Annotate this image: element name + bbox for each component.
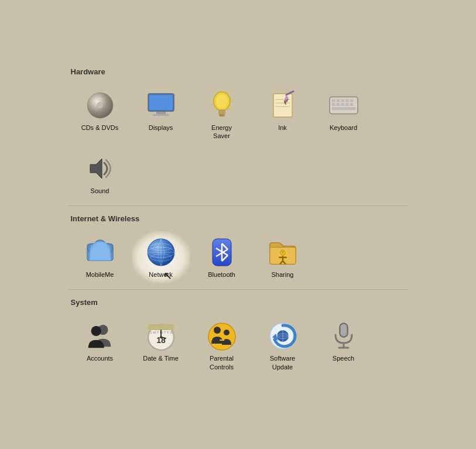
svg-point-2 — [99, 104, 101, 107]
svg-rect-31 — [345, 100, 348, 102]
svg-text:!: ! — [282, 251, 283, 255]
displays-icon-wrap — [146, 90, 176, 121]
energy-saver-icon — [208, 90, 236, 121]
ink-item[interactable]: Ink — [254, 84, 312, 145]
svg-rect-86 — [341, 324, 347, 336]
keyboard-icon — [328, 94, 359, 116]
svg-rect-28 — [331, 100, 335, 102]
svg-rect-34 — [336, 103, 340, 106]
accounts-label: Accounts — [87, 354, 113, 362]
hardware-divider — [69, 205, 408, 206]
internet-wireless-grid: MobileMe — [69, 231, 408, 283]
mobileme-icon — [85, 239, 115, 266]
date-time-icon-wrap: S M T W T F S 18 — [146, 321, 176, 351]
sharing-item[interactable]: ! Sharing — [254, 231, 312, 283]
svg-rect-35 — [341, 103, 344, 106]
system-section: System Accounts — [69, 298, 408, 376]
svg-line-13 — [214, 92, 215, 93]
speech-label: Speech — [333, 354, 354, 362]
svg-rect-19 — [273, 94, 292, 117]
keyboard-icon-wrap — [328, 90, 359, 121]
mobileme-item[interactable]: MobileMe — [71, 231, 129, 283]
bluetooth-icon — [208, 238, 236, 267]
bluetooth-label: Bluetooth — [208, 270, 235, 279]
system-preferences-panel: Hardware — [57, 56, 420, 393]
internet-wireless-title: Internet & Wireless — [69, 214, 408, 223]
cds-dvds-icon — [86, 91, 114, 119]
svg-point-8 — [216, 94, 228, 108]
sound-icon — [85, 154, 115, 183]
bluetooth-icon-wrap — [207, 237, 237, 268]
bluetooth-item[interactable]: Bluetooth — [193, 231, 251, 283]
svg-point-75 — [208, 323, 235, 350]
sound-label: Sound — [91, 187, 109, 195]
speech-item[interactable]: Speech — [314, 315, 373, 376]
svg-rect-16 — [218, 109, 225, 112]
svg-rect-30 — [341, 100, 344, 102]
network-icon-wrap — [146, 237, 176, 268]
svg-point-77 — [224, 330, 230, 335]
cds-dvds-label: CDs & DVDs — [81, 124, 119, 132]
hardware-row2: Sound — [69, 148, 408, 200]
sound-item[interactable]: Sound — [71, 148, 129, 200]
internet-wireless-divider — [69, 289, 408, 290]
system-title: System — [69, 298, 408, 307]
speech-icon-wrap — [328, 321, 359, 351]
sharing-icon: ! — [268, 238, 298, 267]
system-grid: Accounts S M T W T F S 18 — [69, 315, 408, 376]
svg-rect-69 — [148, 324, 174, 330]
software-update-icon-wrap — [268, 321, 298, 351]
keyboard-item[interactable]: Keyboard — [314, 84, 373, 145]
sharing-icon-wrap: ! — [268, 237, 298, 268]
network-item[interactable]: Network ↖ — [132, 231, 190, 283]
speech-icon — [330, 321, 358, 351]
svg-line-10 — [229, 92, 230, 93]
cds-dvds-item[interactable]: CDs & DVDs — [71, 84, 129, 145]
software-update-item[interactable]: SoftwareUpdate — [254, 315, 312, 376]
svg-rect-36 — [345, 103, 348, 106]
svg-point-74 — [160, 336, 162, 338]
energy-saver-item[interactable]: EnergySaver — [193, 84, 251, 145]
mobileme-label: MobileMe — [86, 270, 114, 279]
hardware-grid: CDs & DVDs Displays — [69, 84, 408, 145]
date-time-item[interactable]: S M T W T F S 18 Date & Time — [132, 315, 190, 376]
parental-controls-icon-wrap — [207, 321, 237, 351]
energy-saver-label: EnergySaver — [211, 124, 232, 140]
svg-point-66 — [91, 326, 101, 336]
svg-rect-33 — [331, 103, 335, 106]
software-update-icon — [268, 321, 298, 351]
mobileme-icon-wrap — [85, 237, 115, 268]
svg-line-15 — [214, 107, 215, 108]
hardware-section: Hardware — [69, 67, 408, 200]
svg-rect-17 — [218, 112, 225, 114]
svg-point-76 — [214, 327, 221, 334]
displays-label: Displays — [149, 124, 173, 132]
parental-controls-item[interactable]: ParentalControls — [193, 315, 251, 376]
ink-label: Ink — [278, 124, 287, 132]
displays-item[interactable]: Displays — [132, 84, 190, 145]
date-time-label: Date & Time — [143, 354, 179, 362]
internet-wireless-section: Internet & Wireless — [69, 214, 408, 283]
sound-icon-wrap — [85, 153, 115, 184]
svg-rect-6 — [153, 114, 169, 116]
date-time-icon: S M T W T F S 18 — [146, 321, 176, 351]
ink-icon — [269, 90, 297, 121]
svg-marker-39 — [90, 159, 102, 179]
network-label: Network — [149, 270, 172, 279]
keyboard-label: Keyboard — [330, 124, 357, 132]
parental-controls-label: ParentalControls — [210, 354, 234, 371]
accounts-icon-wrap — [85, 321, 115, 351]
software-update-label: SoftwareUpdate — [270, 354, 295, 371]
svg-rect-38 — [331, 107, 355, 110]
accounts-icon — [85, 323, 115, 349]
accounts-item[interactable]: Accounts — [71, 315, 129, 376]
svg-rect-29 — [336, 100, 340, 102]
sharing-label: Sharing — [272, 270, 294, 279]
energy-saver-icon-wrap — [207, 90, 237, 121]
network-icon — [146, 238, 176, 267]
hardware-title: Hardware — [69, 67, 408, 76]
svg-rect-18 — [219, 114, 225, 116]
svg-rect-4 — [149, 95, 173, 110]
svg-rect-37 — [350, 103, 353, 106]
ink-icon-wrap — [268, 90, 298, 121]
